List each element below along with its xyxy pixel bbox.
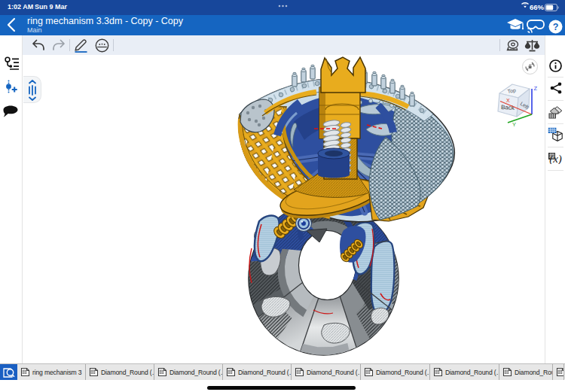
svg-text:Z: Z [534, 85, 538, 92]
svg-text:(x): (x) [549, 153, 562, 165]
svg-text:X: X [506, 98, 510, 103]
svg-text:?: ? [553, 22, 559, 32]
svg-text:Y: Y [512, 121, 516, 128]
